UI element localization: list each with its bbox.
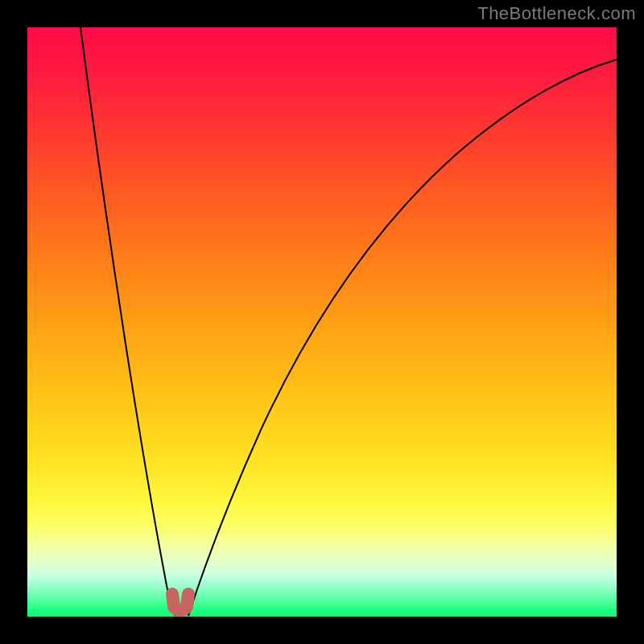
curve-right [188,60,617,616]
curve-layer [27,27,617,617]
chart-container: TheBottleneck.com [0,0,644,644]
curve-left [80,27,175,616]
watermark-text: TheBottleneck.com [477,3,636,24]
bottleneck-marker [172,594,188,610]
plot-area [27,27,617,617]
